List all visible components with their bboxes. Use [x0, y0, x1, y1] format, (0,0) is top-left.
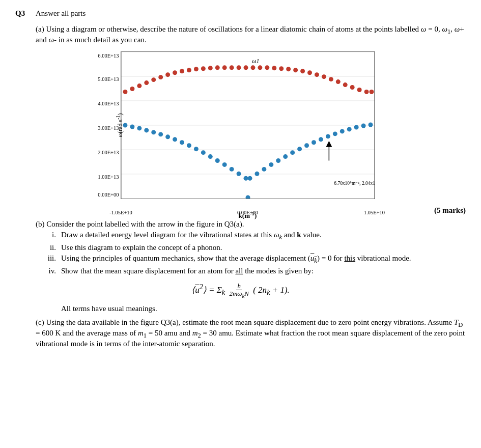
svg-point-54	[186, 143, 191, 148]
svg-point-27	[250, 65, 255, 70]
svg-point-66	[262, 167, 266, 172]
svg-point-36	[314, 72, 319, 77]
sub-item-i: i. Draw a detailed energy level diagram …	[41, 231, 466, 241]
svg-point-80	[361, 124, 365, 128]
svg-point-56	[201, 150, 205, 155]
svg-point-59	[222, 162, 227, 167]
svg-point-23	[222, 65, 227, 70]
svg-point-40	[343, 82, 347, 87]
svg-point-70	[290, 150, 295, 155]
question-number: Q3	[15, 9, 36, 18]
svg-point-24	[229, 65, 234, 70]
svg-point-64	[247, 176, 252, 181]
svg-point-26	[243, 65, 248, 70]
svg-text:ω1: ω1	[251, 58, 259, 65]
svg-point-53	[180, 140, 184, 145]
svg-point-37	[321, 74, 326, 79]
svg-point-18	[186, 68, 191, 72]
svg-point-55	[193, 147, 198, 151]
svg-point-12	[144, 80, 149, 85]
svg-point-48	[144, 128, 149, 132]
svg-point-78	[347, 127, 351, 131]
svg-point-28	[258, 65, 262, 70]
svg-point-61	[236, 172, 241, 176]
svg-point-33	[293, 68, 298, 72]
svg-point-62	[243, 176, 248, 181]
chart-box: 6.00E+13 5.00E+13 4.00E+13 3.00E+13 2.00…	[121, 51, 375, 199]
svg-point-67	[269, 162, 273, 167]
svg-point-60	[229, 167, 234, 172]
formula-note: All terms have usual meanings.	[15, 304, 466, 313]
sub-item-iv: iv. Show that the mean square displaceme…	[41, 267, 466, 275]
svg-point-20	[201, 66, 205, 71]
svg-point-22	[215, 65, 219, 70]
part-c-text: (c) Using the data available in the figu…	[36, 318, 466, 348]
svg-point-14	[158, 75, 163, 79]
svg-point-21	[208, 66, 212, 70]
svg-point-29	[265, 65, 269, 70]
part-b-intro: (b) Consider the point labelled with the…	[36, 220, 466, 229]
sub-item-ii: ii. Use this diagram to explain the conc…	[41, 243, 466, 252]
question-header: Q3 Answer all parts	[15, 9, 466, 18]
svg-point-51	[165, 134, 170, 139]
svg-point-77	[339, 129, 344, 133]
sub-item-iii: iii. Using the principles of quantum mec…	[41, 254, 466, 265]
part-b: (b) Consider the point labelled with the…	[15, 220, 466, 275]
svg-point-11	[137, 83, 142, 88]
dispersion-curves: 6.70x10⁹m⁻¹, 2.04x10¹³rads⁻¹ ω1 ω+ ω-	[121, 52, 375, 199]
svg-point-25	[236, 65, 241, 70]
svg-point-73	[311, 140, 316, 145]
svg-point-13	[151, 77, 156, 82]
svg-point-41	[350, 85, 354, 90]
svg-point-47	[137, 126, 142, 130]
svg-point-76	[332, 131, 337, 136]
svg-point-50	[158, 132, 163, 136]
svg-point-74	[318, 137, 323, 142]
svg-point-19	[193, 67, 198, 71]
svg-point-42	[357, 88, 361, 92]
svg-point-9	[123, 90, 127, 94]
svg-point-65	[254, 172, 259, 176]
svg-point-79	[354, 125, 358, 130]
svg-point-72	[304, 143, 309, 148]
svg-point-75	[325, 134, 330, 138]
svg-point-39	[335, 79, 340, 84]
part-a-label: (a) Using a diagram or otherwise, descri…	[36, 25, 464, 44]
svg-point-31	[279, 66, 284, 71]
question-instruction: Answer all parts	[36, 9, 86, 18]
svg-point-38	[328, 77, 333, 81]
chart-container: ω(rad s-1) 6.00E+13 5.00E+13 4.00E+13 3.…	[15, 51, 466, 199]
svg-point-52	[173, 137, 177, 142]
svg-point-15	[165, 72, 170, 77]
svg-point-57	[208, 154, 212, 159]
svg-point-44	[369, 90, 374, 94]
y-axis-label: ω(rad s-1)	[115, 113, 124, 137]
svg-point-58	[215, 158, 219, 163]
svg-point-69	[283, 154, 288, 159]
svg-point-16	[173, 70, 177, 75]
part-c: (c) Using the data available in the figu…	[15, 318, 466, 348]
sub-list: i. Draw a detailed energy level diagram …	[36, 231, 466, 275]
part-a: (a) Using a diagram or otherwise, descri…	[15, 25, 466, 44]
svg-point-63	[245, 195, 250, 199]
x-axis-label: k(m-1)	[239, 210, 257, 220]
svg-point-30	[272, 66, 276, 70]
svg-point-49	[151, 130, 156, 134]
formula-block: ⟨u2⟩ = Σk h 2mωkN ( 2nk + 1).	[15, 283, 466, 299]
svg-point-68	[276, 158, 280, 163]
svg-point-81	[368, 123, 373, 127]
svg-text:6.70x10⁹m⁻¹, 2.04x10¹³rads⁻¹: 6.70x10⁹m⁻¹, 2.04x10¹³rads⁻¹	[334, 181, 375, 186]
svg-point-43	[364, 90, 369, 94]
svg-point-71	[297, 147, 302, 151]
svg-point-17	[180, 69, 184, 73]
svg-point-10	[130, 87, 134, 91]
svg-point-46	[130, 125, 134, 129]
svg-point-32	[286, 67, 291, 71]
svg-point-35	[307, 70, 312, 75]
svg-point-34	[300, 69, 305, 73]
